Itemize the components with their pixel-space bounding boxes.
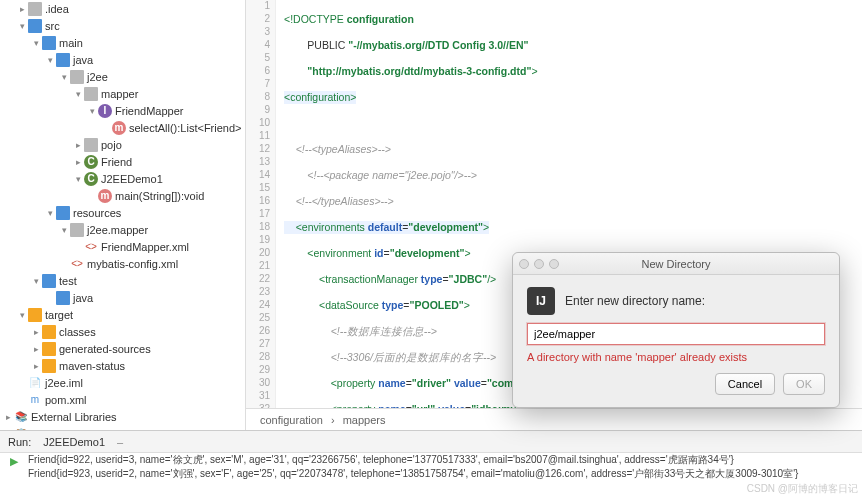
tree-label: pom.xml <box>45 394 87 406</box>
tree-label: External Libraries <box>31 411 117 423</box>
tree-label: mybatis-config.xml <box>87 258 178 270</box>
tree-icon <box>56 53 70 67</box>
tree-item[interactable]: ▾test <box>0 272 245 289</box>
tree-icon: m <box>98 189 112 203</box>
tree-label: .idea <box>45 3 69 15</box>
tree-icon: m <box>28 393 42 407</box>
tree-item[interactable]: ▸.idea <box>0 0 245 17</box>
tree-item[interactable]: java <box>0 289 245 306</box>
tree-icon: 📄 <box>28 376 42 390</box>
tree-item[interactable]: mselectAll():List<Friend> <box>0 119 245 136</box>
tree-item[interactable]: ▸pojo <box>0 136 245 153</box>
cancel-button[interactable]: Cancel <box>715 373 775 395</box>
tree-icon <box>84 138 98 152</box>
tree-item[interactable]: mpom.xml <box>0 391 245 408</box>
tree-label: src <box>45 20 60 32</box>
error-message: A directory with name 'mapper' already e… <box>527 351 825 363</box>
tree-item[interactable]: ▸📚External Libraries <box>0 408 245 425</box>
new-directory-dialog: New Directory IJ Enter new directory nam… <box>512 252 840 408</box>
dialog-titlebar[interactable]: New Directory <box>513 253 839 275</box>
tree-item[interactable]: ▸CFriend <box>0 153 245 170</box>
tree-label: J2EEDemo1 <box>101 173 163 185</box>
tree-icon <box>70 223 84 237</box>
tree-label: main(String[]):void <box>115 190 204 202</box>
run-tab[interactable]: J2EEDemo1 <box>35 434 113 450</box>
rerun-icon[interactable]: ▶ <box>10 455 18 468</box>
run-label: Run: <box>8 436 31 448</box>
tree-item[interactable]: ▸classes <box>0 323 245 340</box>
intellij-icon: IJ <box>527 287 555 315</box>
tree-item[interactable]: ▾java <box>0 51 245 68</box>
tree-item[interactable]: 📄j2ee.iml <box>0 374 245 391</box>
tree-item[interactable]: ▾CJ2EEDemo1 <box>0 170 245 187</box>
tree-label: j2ee <box>87 71 108 83</box>
tree-label: j2ee.iml <box>45 377 83 389</box>
tree-label: main <box>59 37 83 49</box>
tree-icon <box>42 274 56 288</box>
tree-icon: 📚 <box>14 410 28 424</box>
tree-item[interactable]: ▾src <box>0 17 245 34</box>
tree-item[interactable]: ▾main <box>0 34 245 51</box>
tree-label: java <box>73 292 93 304</box>
breadcrumb[interactable]: configuration › mappers <box>246 408 862 430</box>
tree-label: resources <box>73 207 121 219</box>
line-gutter: 1234567891011121314151617181920212223242… <box>246 0 276 408</box>
tree-icon <box>42 36 56 50</box>
tree-label: Scratches and Consoles <box>31 428 150 431</box>
tree-icon: I <box>98 104 112 118</box>
tree-icon <box>28 308 42 322</box>
breadcrumb-item[interactable]: mappers <box>343 414 386 426</box>
tree-icon <box>42 325 56 339</box>
tree-item[interactable]: <>mybatis-config.xml <box>0 255 245 272</box>
tree-icon: <> <box>70 257 84 271</box>
close-icon[interactable] <box>519 259 529 269</box>
project-tree[interactable]: ▸.idea▾src▾main▾java▾j2ee▾mapper▾IFriend… <box>0 0 246 430</box>
tree-icon <box>28 19 42 33</box>
tree-item[interactable]: ▾j2ee.mapper <box>0 221 245 238</box>
tree-label: FriendMapper.xml <box>101 241 189 253</box>
directory-name-input[interactable] <box>527 323 825 345</box>
tree-label: FriendMapper <box>115 105 183 117</box>
tree-label: classes <box>59 326 96 338</box>
tree-label: generated-sources <box>59 343 151 355</box>
tree-label: selectAll():List<Friend> <box>129 122 242 134</box>
tree-icon <box>28 2 42 16</box>
tree-item[interactable]: <>FriendMapper.xml <box>0 238 245 255</box>
ok-button[interactable]: OK <box>783 373 825 395</box>
tree-icon: m <box>112 121 126 135</box>
tree-item[interactable]: ▸generated-sources <box>0 340 245 357</box>
tree-icon <box>70 70 84 84</box>
tree-item[interactable]: ▾j2ee <box>0 68 245 85</box>
zoom-icon[interactable] <box>549 259 559 269</box>
tree-icon: C <box>84 172 98 186</box>
tree-item[interactable]: ▾mapper <box>0 85 245 102</box>
minimize-icon[interactable] <box>534 259 544 269</box>
tree-icon: <> <box>84 240 98 254</box>
tree-item[interactable]: ▾resources <box>0 204 245 221</box>
tree-item[interactable]: mmain(String[]):void <box>0 187 245 204</box>
dialog-prompt: Enter new directory name: <box>565 294 705 308</box>
tree-icon <box>84 87 98 101</box>
tree-label: maven-status <box>59 360 125 372</box>
tree-icon <box>56 291 70 305</box>
tree-icon: C <box>84 155 98 169</box>
tree-label: mapper <box>101 88 138 100</box>
tree-label: pojo <box>101 139 122 151</box>
tree-icon <box>42 342 56 356</box>
tree-item[interactable]: ▸maven-status <box>0 357 245 374</box>
minimize-icon[interactable]: – <box>117 436 123 448</box>
tree-icon <box>56 206 70 220</box>
tree-icon: 📋 <box>14 427 28 431</box>
tree-item[interactable]: ▾IFriendMapper <box>0 102 245 119</box>
console-output[interactable]: Friend{id=922, userid=3, name='徐文虎', sex… <box>28 453 862 481</box>
tree-item[interactable]: ▾target <box>0 306 245 323</box>
tree-label: j2ee.mapper <box>87 224 148 236</box>
breadcrumb-item[interactable]: configuration <box>260 414 323 426</box>
run-panel: Run: J2EEDemo1 – ▶ Friend{id=922, userid… <box>0 430 862 481</box>
watermark: CSDN @阿博的博客日记 <box>747 482 858 496</box>
tree-item[interactable]: ▸📋Scratches and Consoles <box>0 425 245 430</box>
tree-label: test <box>59 275 77 287</box>
tree-label: java <box>73 54 93 66</box>
tree-icon <box>42 359 56 373</box>
tree-label: Friend <box>101 156 132 168</box>
